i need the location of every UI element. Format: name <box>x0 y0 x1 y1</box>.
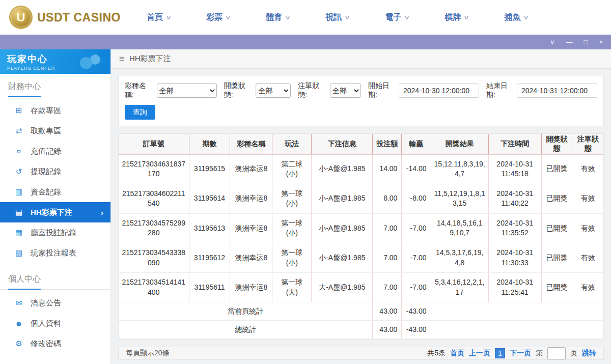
sidebar-item-player-bet-report[interactable]: ▧ 玩家投注報表 <box>0 243 110 263</box>
cell-bet-time: 2024-10-31 11:40:22 <box>488 184 541 213</box>
nav-item-slots[interactable]: 電子 ∨ <box>385 12 409 23</box>
cell-order-id: 2152173034543338090 <box>119 243 189 273</box>
next-page-link[interactable]: 下一页 <box>510 349 531 358</box>
search-button[interactable]: 查詢 <box>125 105 155 120</box>
top-header: U USDT CASINO 首頁 ∨ 彩票 ∨ 體育 ∨ 視訊 ∨ 電子 ∨ 棋… <box>0 0 611 35</box>
sidebar-section-personal: 個人中心 ✉ 消息公告 ☻ 個人資料 ⚙ 修改密碼 <box>0 266 110 357</box>
order-status-select[interactable]: 全部 <box>330 83 361 98</box>
user-icon: ☻ <box>14 319 23 328</box>
nav-item-home[interactable]: 首頁 ∨ <box>147 12 171 23</box>
nav-item-sports[interactable]: 體育 ∨ <box>266 12 290 23</box>
nav-label: 棋牌 <box>445 12 461 23</box>
sidebar-item-deposit[interactable]: ⊞ 存款專區 <box>0 100 110 121</box>
nav-item-lottery[interactable]: 彩票 ∨ <box>206 12 230 23</box>
window-minimize-icon[interactable]: — <box>566 39 573 45</box>
pagination-bar: 每頁顯示20條 共5条 首页 上一页 1 下一页 第 页 跳转 <box>118 347 604 360</box>
cell-win-loss: -7.00 <box>402 243 431 273</box>
cell-win-loss: -7.00 <box>402 273 431 302</box>
sidebar-item-withdraw[interactable]: ⇄ 取款專區 <box>0 121 110 141</box>
sidebar-item-recharge-record[interactable]: ¤ 充值記錄 <box>0 141 110 161</box>
cell-result: 11,5,12,19,1,8,13,15 <box>431 184 488 213</box>
window-close-icon[interactable]: × <box>599 39 603 45</box>
content-container: 玩家中心 PLAYERS CENTER 財務中心 ⊞ 存款專區 ⇄ 取款專區 <box>0 49 611 364</box>
logo[interactable]: U USDT CASINO <box>9 6 127 29</box>
sidebar-item-profile[interactable]: ☻ 個人資料 <box>0 313 110 333</box>
sidebar-item-hh-lottery-bet[interactable]: ▤ HH彩票下注 › <box>0 202 110 222</box>
cell-draw-status: 已開獎 <box>541 273 572 302</box>
start-date-input[interactable] <box>399 83 479 98</box>
sidebar-item-label: 個人資料 <box>31 319 61 328</box>
table-row: 2152173034631837170 31195615 澳洲幸运8 第二球(小… <box>119 154 603 184</box>
pager: 共5条 首页 上一页 1 下一页 第 页 跳转 <box>427 347 596 359</box>
cell-bet-info: 小-A盤@1.985 <box>312 154 373 184</box>
main-nav: 首頁 ∨ 彩票 ∨ 體育 ∨ 視訊 ∨ 電子 ∨ 棋牌 ∨ 捕魚 ∨ <box>147 12 528 23</box>
nav-item-live-video[interactable]: 視訊 ∨ <box>325 12 349 23</box>
cell-lottery: 澳洲幸运8 <box>230 154 272 184</box>
cell-result: 14,5,3,17,6,19,4,8 <box>431 243 488 273</box>
section-title: 個人中心 <box>0 266 110 290</box>
room-bet-record-icon: ▦ <box>14 228 23 237</box>
end-date-input[interactable] <box>517 83 597 98</box>
sidebar-item-label: 資金記錄 <box>31 187 61 197</box>
cell-play: 第一球(小) <box>272 213 312 243</box>
table-row: 2152173034543338090 31195612 澳洲幸运8 第一球(小… <box>119 243 603 273</box>
jump-prefix-label: 第 <box>536 349 543 358</box>
table-row: 2152173034575299280 31195613 澳洲幸运8 第一球(小… <box>119 213 603 243</box>
breadcrumb: ≡ HH彩票下注 <box>111 49 611 69</box>
per-page-label: 每頁顯示20條 <box>126 349 170 358</box>
cell-period: 31195612 <box>189 243 230 273</box>
sidebar-item-label: 廳室投註記錄 <box>31 228 76 238</box>
prev-page-link[interactable]: 上一页 <box>469 349 490 358</box>
logo-coin-icon: U <box>9 6 33 29</box>
cell-bet-time: 2024-10-31 11:45:18 <box>488 154 541 184</box>
sidebar-item-withdrawal-record[interactable]: ↺ 提現記錄 <box>0 161 110 182</box>
cell-bet-time: 2024-10-31 11:30:33 <box>488 243 541 273</box>
sidebar-item-label: 充值記錄 <box>31 147 61 156</box>
sidebar-item-change-password[interactable]: ⚙ 修改密碼 <box>0 333 110 354</box>
deposit-icon: ⊞ <box>14 106 23 115</box>
announcement-icon: ✉ <box>14 298 23 307</box>
gamepad-icon <box>75 53 103 70</box>
hamburger-icon[interactable]: ≡ <box>119 54 124 64</box>
cell-draw-status: 已開獎 <box>541 213 572 243</box>
cell-amount: 14.00 <box>373 154 402 184</box>
cell-order-status: 有效 <box>572 273 603 302</box>
chevron-down-icon: ∨ <box>344 14 350 21</box>
lottery-select[interactable]: 全部 <box>157 83 217 98</box>
cell-draw-status: 已開獎 <box>541 184 572 213</box>
cell-win-loss: -7.00 <box>402 213 431 243</box>
nav-item-fishing[interactable]: 捕魚 ∨ <box>504 12 528 23</box>
sidebar-item-announcements[interactable]: ✉ 消息公告 <box>0 293 110 313</box>
cell-order-id: 2152173034575299280 <box>119 213 189 243</box>
cell-lottery: 澳洲幸运8 <box>230 213 272 243</box>
col-header-result: 開獎結果 <box>431 134 488 154</box>
window-maximize-icon[interactable]: □ <box>584 39 588 45</box>
cell-play: 第一球(小) <box>272 243 312 273</box>
chevron-down-icon: ∨ <box>463 14 469 21</box>
current-page-indicator[interactable]: 1 <box>495 348 505 358</box>
table-row: 2152173034602211540 31195614 澳洲幸运8 第一球(小… <box>119 184 603 213</box>
jump-button[interactable]: 跳转 <box>582 349 596 358</box>
cell-play: 第二球(小) <box>272 154 312 184</box>
sidebar-item-funds-record[interactable]: ▥ 資金記錄 <box>0 182 110 202</box>
cell-win-loss: -8.00 <box>402 184 431 213</box>
page-jump-input[interactable] <box>547 347 566 359</box>
filter-panel: 彩種名稱: 全部 開獎狀態: 全部 注單狀態: 全部 <box>118 76 604 126</box>
first-page-link[interactable]: 首页 <box>450 349 464 358</box>
cell-result: 14,4,18,5,16,19,10,7 <box>431 213 488 243</box>
cell-amount: 7.00 <box>373 273 402 302</box>
draw-status-select[interactable]: 全部 <box>256 83 291 98</box>
window-collapse-icon[interactable]: ∨ <box>550 39 555 45</box>
nav-item-board-games[interactable]: 棋牌 ∨ <box>445 12 468 23</box>
player-center-header: 玩家中心 PLAYERS CENTER <box>0 49 110 74</box>
chevron-down-icon: ∨ <box>225 14 231 21</box>
chevron-down-icon: ∨ <box>404 14 410 21</box>
gear-icon: ⚙ <box>14 339 23 348</box>
sidebar-item-room-bet-record[interactable]: ▦ 廳室投註記錄 <box>0 222 110 243</box>
col-header-amount: 投注額 <box>373 134 402 154</box>
chevron-down-icon: ∨ <box>285 14 291 21</box>
cell-result: 5,3,4,16,12,2,1,17 <box>431 273 488 302</box>
page-summary-win-loss: -43.00 <box>402 302 431 321</box>
funds-record-icon: ▥ <box>14 187 23 197</box>
cell-lottery: 澳洲幸运8 <box>230 273 272 302</box>
